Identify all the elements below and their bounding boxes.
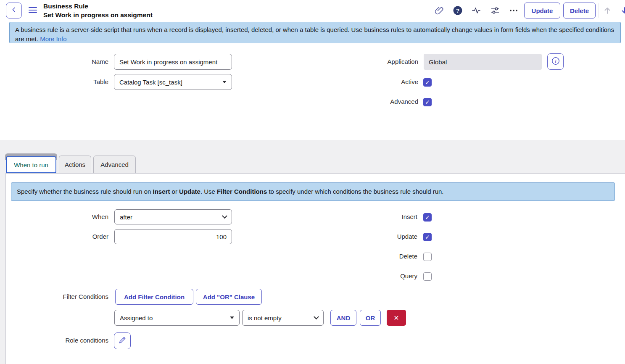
update-checkbox[interactable] xyxy=(423,233,432,241)
role-conditions-label: Role conditions xyxy=(0,337,108,344)
more-ellipsis-icon[interactable] xyxy=(509,5,519,16)
when-banner-text: to specify under which conditions the bu… xyxy=(267,188,443,195)
update-button[interactable]: Update xyxy=(524,3,560,18)
advanced-label: Advanced xyxy=(310,98,418,105)
table-dropdown-value: Catalog Task [sc_task] xyxy=(119,79,182,86)
filter-conditions-label: Filter Conditions xyxy=(0,293,108,300)
header-divider xyxy=(599,3,599,18)
table-dropdown[interactable]: Catalog Task [sc_task] xyxy=(114,74,232,90)
delete-button[interactable]: Delete xyxy=(563,3,596,18)
condition-field-value: Assigned to xyxy=(120,314,153,322)
when-to-run-panel xyxy=(5,173,625,364)
svg-text:i: i xyxy=(555,58,556,63)
title-block: Business Rule Set Work in progress on as… xyxy=(43,2,153,19)
scroll-down-arrow-icon[interactable] xyxy=(620,5,625,16)
query-checkbox[interactable] xyxy=(423,272,432,281)
page-subtitle: Set Work in progress on assigment xyxy=(43,11,153,19)
context-menu-icon[interactable] xyxy=(29,7,37,14)
role-conditions-edit-button[interactable] xyxy=(114,332,131,349)
when-banner-text: Specify whether the business rule should… xyxy=(17,188,153,195)
info-banner-text: A business rule is a server-side script … xyxy=(15,26,614,42)
when-banner-bold-update: Update xyxy=(179,188,200,195)
delete-checkbox[interactable] xyxy=(423,253,432,261)
tab-when-to-run[interactable]: When to run xyxy=(6,156,56,173)
condition-and-button[interactable]: AND xyxy=(330,310,356,326)
scroll-up-arrow-icon[interactable] xyxy=(602,5,612,16)
chevron-down-icon xyxy=(314,314,319,319)
dropdown-arrow-icon xyxy=(230,317,234,319)
info-circle-icon: i xyxy=(551,56,560,67)
header-bar: Business Rule Set Work in progress on as… xyxy=(0,0,625,21)
personalize-sliders-icon[interactable] xyxy=(490,5,500,16)
active-label: Active xyxy=(310,78,418,85)
table-label: Table xyxy=(0,78,108,85)
dropdown-arrow-icon xyxy=(222,81,227,83)
when-banner-bold-insert: Insert xyxy=(153,188,170,195)
when-banner-bold-filter-conditions: Filter Conditions xyxy=(217,188,267,195)
back-chevron-icon xyxy=(10,6,18,15)
svg-text:?: ? xyxy=(456,8,459,14)
back-button[interactable] xyxy=(6,3,22,18)
condition-delete-button[interactable]: ✕ xyxy=(387,310,406,326)
order-input[interactable] xyxy=(114,229,232,244)
insert-label: Insert xyxy=(309,213,417,220)
when-select[interactable]: after xyxy=(114,209,232,224)
add-filter-condition-button[interactable]: Add Filter Condition xyxy=(115,289,193,305)
condition-field-dropdown[interactable]: Assigned to xyxy=(114,310,240,326)
application-field: Global xyxy=(424,54,542,70)
query-label: Query xyxy=(309,272,417,280)
info-banner: A business rule is a server-side script … xyxy=(9,22,621,43)
application-value: Global xyxy=(429,58,447,66)
tab-advanced[interactable]: Advanced xyxy=(93,156,136,173)
tab-actions[interactable]: Actions xyxy=(59,156,91,173)
when-select-value: after xyxy=(120,214,132,221)
paperclip-icon[interactable] xyxy=(434,5,444,16)
application-label: Application xyxy=(310,58,418,65)
name-label: Name xyxy=(0,58,108,65)
help-icon[interactable]: ? xyxy=(453,5,463,16)
when-banner: Specify whether the business rule should… xyxy=(11,182,615,201)
update-label: Update xyxy=(309,233,417,240)
add-or-clause-button[interactable]: Add "OR" Clause xyxy=(196,289,262,305)
when-label: When xyxy=(0,213,108,220)
name-input[interactable] xyxy=(114,54,232,70)
pencil-icon xyxy=(118,335,127,346)
chevron-down-icon xyxy=(222,213,227,219)
insert-checkbox[interactable] xyxy=(423,213,432,222)
condition-operator-select[interactable]: is not empty xyxy=(242,310,324,326)
delete-label: Delete xyxy=(309,253,417,260)
more-info-link[interactable]: More Info xyxy=(40,35,66,42)
condition-operator-value: is not empty xyxy=(248,314,282,322)
order-label: Order xyxy=(0,233,108,240)
advanced-checkbox[interactable] xyxy=(423,98,432,106)
activity-pulse-icon[interactable] xyxy=(471,5,481,16)
when-banner-text: or xyxy=(170,188,179,195)
application-info-button[interactable]: i xyxy=(547,53,564,70)
when-banner-text: . Use xyxy=(200,188,217,195)
page-title: Business Rule xyxy=(43,2,153,11)
condition-or-button[interactable]: OR xyxy=(360,310,381,326)
active-checkbox[interactable] xyxy=(423,78,432,87)
